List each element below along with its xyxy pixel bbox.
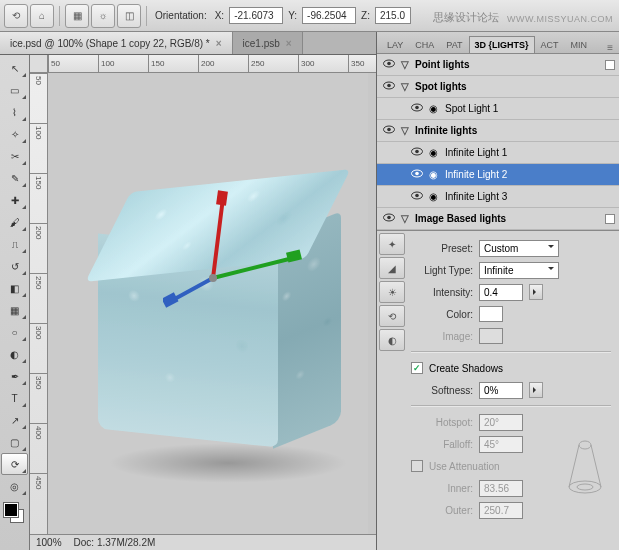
- visibility-icon[interactable]: [381, 81, 397, 92]
- twirl-icon[interactable]: ▽: [401, 213, 411, 224]
- doc-tab-inactive[interactable]: ice1.psb ×: [233, 32, 303, 54]
- item-label: Infinite Light 2: [445, 169, 507, 180]
- doc-tab-active[interactable]: ice.psd @ 100% (Shape 1 copy 22, RGB/8) …: [0, 32, 233, 54]
- rotate-tool-icon[interactable]: ⟲: [4, 4, 28, 28]
- outer-label: Outer:: [411, 505, 473, 516]
- x-input[interactable]: -21.6073: [229, 7, 283, 24]
- twirl-icon[interactable]: ▽: [401, 125, 411, 136]
- list-item[interactable]: ◉ Infinite Light 3: [377, 186, 619, 208]
- flyout-icon[interactable]: [605, 214, 615, 224]
- marquee-tool[interactable]: ▭: [1, 79, 28, 101]
- list-group[interactable]: ▽ Spot lights: [377, 76, 619, 98]
- list-group[interactable]: ▽ Point lights: [377, 54, 619, 76]
- fg-color[interactable]: [4, 503, 18, 517]
- home-icon[interactable]: ⌂: [30, 4, 54, 28]
- doc-tab-label: ice.psd @ 100% (Shape 1 copy 22, RGB/8) …: [10, 38, 210, 49]
- path-tool[interactable]: ↗: [1, 409, 28, 431]
- 3d-axis-gizmo[interactable]: [163, 183, 303, 313]
- close-icon[interactable]: ×: [216, 38, 222, 49]
- type-tool[interactable]: T: [1, 387, 28, 409]
- outer-input: 250.7: [479, 502, 523, 519]
- point-light-icon[interactable]: ✦: [379, 233, 405, 255]
- color-swatches[interactable]: [0, 501, 29, 529]
- tab-layers[interactable]: LAY: [381, 36, 409, 53]
- light-mode-icon[interactable]: ☼: [91, 4, 115, 28]
- softness-slider-icon[interactable]: [529, 382, 543, 398]
- list-group[interactable]: ▽ Image Based lights: [377, 208, 619, 230]
- svg-point-8: [387, 62, 391, 66]
- visibility-icon[interactable]: [381, 213, 397, 224]
- tab-paths[interactable]: PAT: [440, 36, 468, 53]
- list-group[interactable]: ▽ Infinite lights: [377, 120, 619, 142]
- group-label: Spot lights: [415, 81, 467, 92]
- heal-tool[interactable]: ✚: [1, 189, 28, 211]
- list-item[interactable]: ◉ Infinite Light 1: [377, 142, 619, 164]
- wand-tool[interactable]: ✧: [1, 123, 28, 145]
- pen-tool[interactable]: ✒: [1, 365, 28, 387]
- intensity-input[interactable]: 0.4: [479, 284, 523, 301]
- color-source-icon[interactable]: ◐: [379, 329, 405, 351]
- color-swatch[interactable]: [479, 306, 503, 322]
- intensity-slider-icon[interactable]: [529, 284, 543, 300]
- gradient-tool[interactable]: ▦: [1, 299, 28, 321]
- close-icon[interactable]: ×: [286, 38, 292, 49]
- twirl-icon[interactable]: ▽: [401, 81, 411, 92]
- svg-point-18: [415, 172, 419, 176]
- image-label: Image:: [411, 331, 473, 342]
- visibility-icon[interactable]: [409, 103, 425, 114]
- brush-tool[interactable]: 🖌: [1, 211, 28, 233]
- light-type-select[interactable]: Infinite: [479, 262, 559, 279]
- preset-select[interactable]: Custom: [479, 240, 559, 257]
- zoom-level[interactable]: 100%: [36, 537, 62, 548]
- z-input[interactable]: 215.0: [375, 7, 411, 24]
- svg-line-25: [591, 445, 601, 487]
- shape-tool[interactable]: ▢: [1, 431, 28, 453]
- tab-actions[interactable]: ACT: [535, 36, 565, 53]
- light-icon: ◉: [429, 103, 441, 115]
- falloff-input: 45°: [479, 436, 523, 453]
- spot-light-icon[interactable]: ◢: [379, 257, 405, 279]
- visibility-icon[interactable]: [409, 147, 425, 158]
- toggle-light-icon[interactable]: ⟲: [379, 305, 405, 327]
- inner-input: 83.56: [479, 480, 523, 497]
- svg-point-16: [415, 150, 419, 154]
- panel-menu-icon[interactable]: ≡: [601, 42, 619, 53]
- y-input[interactable]: -96.2504: [302, 7, 356, 24]
- 3d-rotate-tool[interactable]: ⟳: [1, 453, 28, 475]
- stamp-tool[interactable]: ⎍: [1, 233, 28, 255]
- visibility-icon[interactable]: [381, 59, 397, 70]
- blur-tool[interactable]: ○: [1, 321, 28, 343]
- document-canvas[interactable]: [48, 73, 368, 534]
- tab-3d-lights[interactable]: 3D {LIGHTS}: [469, 36, 535, 53]
- list-item[interactable]: ◉ Spot Light 1: [377, 98, 619, 120]
- attenuation-label: Use Attenuation: [429, 461, 500, 472]
- light-type-label: Light Type:: [411, 265, 473, 276]
- tab-mini[interactable]: MIN: [565, 36, 594, 53]
- lasso-tool[interactable]: ⌇: [1, 101, 28, 123]
- tab-channels[interactable]: CHA: [409, 36, 440, 53]
- camera-mode-icon[interactable]: ◫: [117, 4, 141, 28]
- move-tool[interactable]: ↖: [1, 57, 28, 79]
- eyedropper-tool[interactable]: ✎: [1, 167, 28, 189]
- dodge-tool[interactable]: ◐: [1, 343, 28, 365]
- svg-rect-1: [216, 190, 228, 205]
- visibility-icon[interactable]: [409, 191, 425, 202]
- hotspot-label: Hotspot:: [411, 417, 473, 428]
- 3d-camera-tool[interactable]: ◎: [1, 475, 28, 497]
- visibility-icon[interactable]: [409, 169, 425, 180]
- history-brush-tool[interactable]: ↺: [1, 255, 28, 277]
- crop-tool[interactable]: ✂: [1, 145, 28, 167]
- watermark: WWW.MISSYUAN.COM: [507, 14, 613, 24]
- svg-line-24: [569, 445, 579, 487]
- visibility-icon[interactable]: [381, 125, 397, 136]
- flyout-icon[interactable]: [605, 60, 615, 70]
- infinite-light-icon[interactable]: ☀: [379, 281, 405, 303]
- list-item-selected[interactable]: ◉ Infinite Light 2: [377, 164, 619, 186]
- softness-label: Softness:: [411, 385, 473, 396]
- mesh-mode-icon[interactable]: ▦: [65, 4, 89, 28]
- softness-input[interactable]: 0%: [479, 382, 523, 399]
- shadows-checkbox[interactable]: ✓: [411, 362, 423, 374]
- twirl-icon[interactable]: ▽: [401, 59, 411, 70]
- eraser-tool[interactable]: ◧: [1, 277, 28, 299]
- svg-rect-3: [286, 249, 302, 262]
